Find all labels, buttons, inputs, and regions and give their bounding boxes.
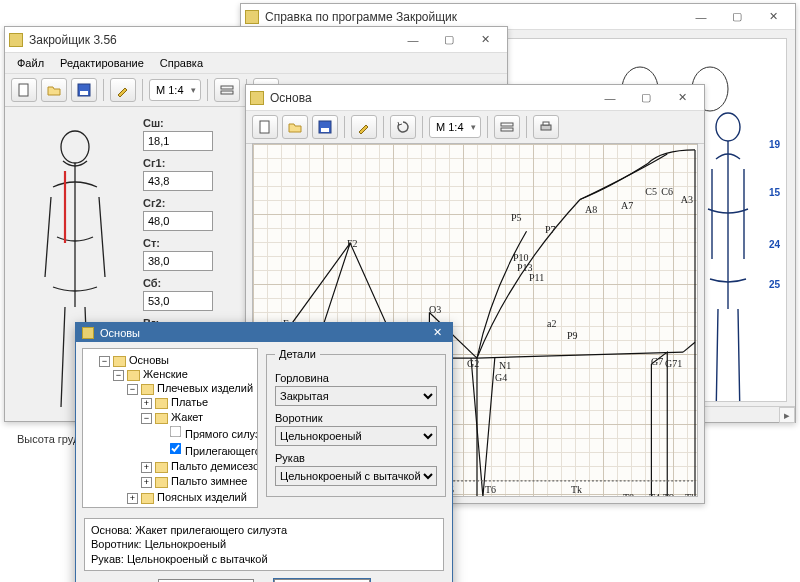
meas-label: Сб: [143,277,213,289]
new-file-icon[interactable] [252,115,278,139]
basis-dialog: Основы ✕ −Основы −Женские −Плечевых изде… [75,322,453,582]
meas-input-ssh[interactable] [143,131,213,151]
svg-rect-5 [80,91,88,95]
scale-select[interactable]: М 1:4 [149,79,201,101]
tree-node[interactable]: Женские [143,368,188,380]
brush-icon[interactable] [351,115,377,139]
print-icon[interactable] [533,115,559,139]
scale-select[interactable]: М 1:4 [429,116,481,138]
pattern-point: P5 [511,212,522,223]
folder-icon [141,493,154,504]
layout-icon[interactable] [494,115,520,139]
sleeve-select[interactable]: Цельнокроеный с вытачкой [275,466,437,486]
tree-node[interactable]: Жакет [171,411,203,423]
tree-toggle[interactable]: + [127,493,138,504]
tree-toggle[interactable]: + [141,398,152,409]
meas-label: 19 [769,139,780,150]
maximize-button[interactable]: ▢ [628,85,664,111]
tree-check-straight[interactable] [170,426,182,438]
save-file-icon[interactable] [71,78,97,102]
svg-rect-7 [221,91,233,94]
tree-leaf[interactable]: Прямого силуэта [185,428,258,440]
info-text: Основа: Жакет прилегающего силуэта Ворот… [84,518,444,571]
dialog-titlebar[interactable]: Основы ✕ [76,323,452,342]
folder-icon [127,370,140,381]
tree-toggle[interactable]: − [127,384,138,395]
meas-input-sb[interactable] [143,291,213,311]
save-file-icon[interactable] [312,115,338,139]
new-file-icon[interactable] [11,78,37,102]
maximize-button[interactable]: ▢ [431,27,467,53]
tree-node[interactable]: Мужские [143,507,188,508]
pattern-point: G2 [467,358,479,369]
maximize-button[interactable]: ▢ [719,4,755,30]
open-file-icon[interactable] [282,115,308,139]
collar-select[interactable]: Цельнокроеный [275,426,437,446]
meas-label: Сш: [143,117,213,129]
layout-icon[interactable] [214,78,240,102]
tree-check-fitted[interactable] [170,443,182,455]
tree-toggle[interactable]: − [141,413,152,424]
meas-input-sg2[interactable] [143,211,213,231]
tree-toggle[interactable]: + [141,477,152,488]
pattern-point: a2 [547,318,556,329]
svg-rect-18 [543,122,549,125]
pattern-point: T8 [623,492,634,497]
meas-label: 25 [769,279,780,290]
scroll-right-icon[interactable]: ▸ [779,407,795,423]
pattern-point: A3 [681,194,693,205]
tree-node[interactable]: Пальто демисезонное [171,460,258,472]
scale-value: М 1:4 [156,84,184,96]
pattern-point: N1 [499,360,511,371]
minimize-button[interactable]: — [592,85,628,111]
pattern-point: Tk1 [685,492,698,497]
meas-label: Сг2: [143,197,213,209]
pattern-titlebar[interactable]: Основа — ▢ ✕ [246,85,704,111]
pattern-point: P11 [529,272,544,283]
svg-rect-17 [541,125,551,130]
meas-label: 15 [769,187,780,198]
collar-label: Воротник [275,412,437,424]
close-button[interactable]: ✕ [755,4,791,30]
pattern-point: G4 [495,372,507,383]
svg-rect-12 [260,121,269,133]
pattern-point: Tk [571,484,582,495]
folder-icon [155,477,168,488]
close-icon[interactable]: ✕ [428,326,446,339]
tree-node[interactable]: Пальто зимнее [171,475,247,487]
pattern-point: G7 [651,356,663,367]
menu-edit[interactable]: Редактирование [54,55,150,71]
close-button[interactable]: ✕ [664,85,700,111]
menu-help[interactable]: Справка [154,55,209,71]
meas-label: Сг1: [143,157,213,169]
pattern-point: F2 [347,238,358,249]
folder-icon [155,462,168,473]
pattern-point: C5 [645,186,657,197]
tree-toggle[interactable]: + [141,462,152,473]
refresh-icon[interactable] [390,115,416,139]
pattern-point: P7 [545,224,556,235]
basis-tree[interactable]: −Основы −Женские −Плечевых изделий +Плат… [82,348,258,508]
close-button[interactable]: ✕ [467,27,503,53]
tree-node[interactable]: Поясных изделий [157,491,247,503]
brush-icon[interactable] [110,78,136,102]
meas-label: 24 [769,239,780,250]
minimize-button[interactable]: — [395,27,431,53]
minimize-button[interactable]: — [683,4,719,30]
neck-select[interactable]: Закрытая [275,386,437,406]
meas-input-sg1[interactable] [143,171,213,191]
open-file-icon[interactable] [41,78,67,102]
tree-toggle[interactable]: − [99,356,110,367]
pattern-point: T4 [649,492,660,497]
neck-label: Горловина [275,372,437,384]
tree-node[interactable]: Платье [171,396,208,408]
folder-icon [141,384,154,395]
tree-node[interactable]: Основы [129,354,169,366]
tree-toggle[interactable]: − [113,370,124,381]
meas-input-st[interactable] [143,251,213,271]
svg-point-10 [61,131,89,163]
menu-file[interactable]: Файл [11,55,50,71]
tree-node[interactable]: Плечевых изделий [157,382,253,394]
tree-leaf[interactable]: Прилегающего силуэта [185,445,258,457]
main-titlebar[interactable]: Закройщик 3.56 — ▢ ✕ [5,27,507,53]
